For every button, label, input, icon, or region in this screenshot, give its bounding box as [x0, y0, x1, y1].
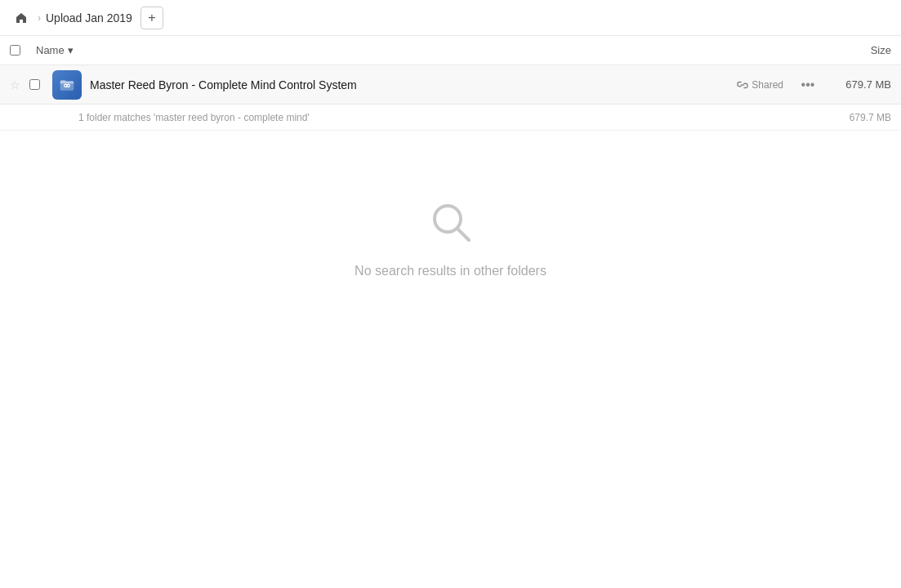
select-all-checkbox[interactable] — [10, 45, 36, 56]
shared-badge: Shared — [737, 79, 783, 91]
empty-message: No search results in other folders — [355, 264, 546, 278]
sort-icon: ▾ — [68, 44, 74, 56]
empty-state: No search results in other folders — [0, 131, 901, 344]
folder-icon — [52, 70, 82, 100]
empty-search-icon — [425, 196, 477, 251]
row-checkbox-input[interactable] — [29, 79, 40, 90]
size-column-header: Size — [810, 44, 891, 56]
name-column-label: Name — [36, 44, 65, 56]
match-size: 679.7 MB — [850, 112, 891, 123]
select-all-input[interactable] — [10, 45, 20, 56]
home-button[interactable] — [10, 7, 33, 29]
svg-line-5 — [457, 229, 469, 240]
match-count-row: 1 folder matches 'master reed byron - co… — [0, 105, 901, 131]
file-row[interactable]: ☆ Master Reed Byron - Complete Mind Cont… — [0, 65, 901, 105]
more-icon: ••• — [801, 78, 815, 92]
more-options-button[interactable]: ••• — [796, 74, 819, 96]
add-button[interactable]: + — [141, 7, 163, 29]
file-name: Master Reed Byron - Complete Mind Contro… — [90, 78, 737, 91]
file-size: 679.7 MB — [826, 78, 891, 91]
star-button[interactable]: ☆ — [10, 78, 29, 91]
link-icon — [737, 79, 748, 91]
name-column-header[interactable]: Name ▾ — [36, 44, 810, 56]
match-text: 1 folder matches 'master reed byron - co… — [78, 112, 310, 123]
breadcrumb-bar: › Upload Jan 2019 + — [0, 0, 901, 36]
column-header-row: Name ▾ Size — [0, 36, 901, 65]
shared-label: Shared — [752, 79, 783, 91]
breadcrumb-chevron: › — [38, 12, 41, 24]
row-checkbox[interactable] — [29, 79, 52, 90]
breadcrumb-title: Upload Jan 2019 — [46, 11, 132, 24]
